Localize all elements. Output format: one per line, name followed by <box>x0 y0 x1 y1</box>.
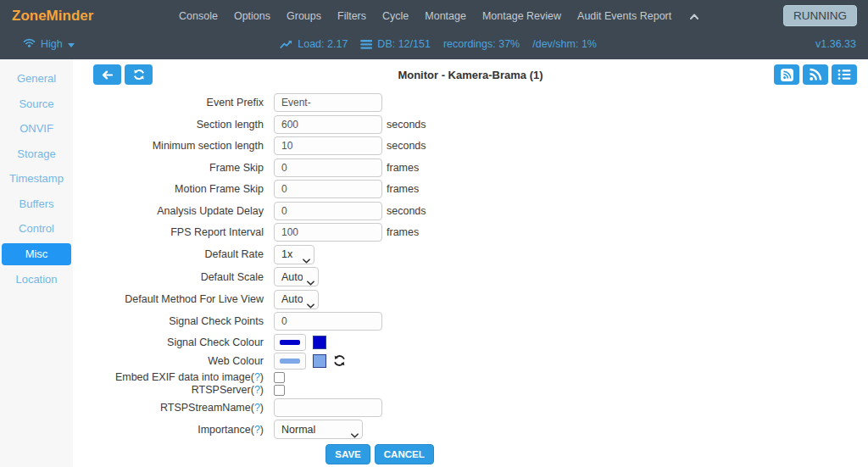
content: Monitor - Kamera-Brama (1) Event Prefix <box>73 59 868 467</box>
nav-item-montage-review[interactable]: Montage Review <box>482 10 561 22</box>
form-row-event-prefix: Event Prefix <box>73 93 687 112</box>
signal-check-points-input[interactable] <box>274 312 382 331</box>
nav-row: ZoneMinder Console Options Groups Filter… <box>0 0 868 32</box>
nav-item-console[interactable]: Console <box>179 10 218 22</box>
default-method-select[interactable]: Auto <box>274 290 319 309</box>
field-label: Analysis Update Delay <box>73 202 274 220</box>
form-row-default-rate: Default Rate 1x <box>73 245 687 264</box>
field-label: Importance (?) <box>73 420 274 439</box>
cancel-button[interactable]: CANCEL <box>375 444 434 464</box>
field-label: Embed EXIF data into image (?) <box>73 371 274 384</box>
shm-stat[interactable]: /dev/shm: 1% <box>532 38 597 50</box>
field-label: Motion Frame Skip <box>73 180 274 198</box>
nav-item-cycle[interactable]: Cycle <box>382 10 409 22</box>
default-rate-select[interactable]: 1x <box>274 245 314 264</box>
recordings-stat[interactable]: recordings: 37% <box>443 38 520 50</box>
analysis-update-delay-input[interactable] <box>274 202 382 220</box>
sidebar-item-storage[interactable]: Storage <box>0 142 73 167</box>
embed-exif-checkbox[interactable] <box>274 372 285 383</box>
help-link[interactable]: ? <box>254 384 260 396</box>
sidebar-item-control[interactable]: Control <box>0 216 73 242</box>
collapse-header-chevron-icon[interactable] <box>689 13 699 20</box>
form-row-fps-report-interval: FPS Report Interval frames <box>73 223 687 242</box>
form-row-motion-frame-skip: Motion Frame Skip frames <box>73 180 687 198</box>
form-row-importance: Importance (?) Normal <box>73 420 687 439</box>
field-label: Signal Check Colour <box>73 334 274 351</box>
run-state-button[interactable]: RUNNING <box>783 5 857 26</box>
bandwidth-dropdown[interactable]: High <box>23 37 75 50</box>
list-icon <box>837 69 851 81</box>
default-scale-select[interactable]: Auto <box>274 267 319 286</box>
section-length-input[interactable] <box>274 115 382 134</box>
toolbar: Monitor - Kamera-Brama (1) <box>73 64 868 86</box>
save-button[interactable]: SAVE <box>326 444 370 464</box>
rtsp-stream-name-input[interactable] <box>274 398 382 417</box>
form-row-frame-skip: Frame Skip frames <box>73 158 687 177</box>
field-label: Event Prefix <box>73 93 274 112</box>
monitor-misc-form: Event Prefix Section length seconds Mini… <box>73 93 687 464</box>
chart-line-icon <box>280 40 292 49</box>
event-prefix-input[interactable] <box>274 93 382 112</box>
rss-icon <box>809 68 822 81</box>
motion-frame-skip-input[interactable] <box>274 180 382 198</box>
web-colour-swatch <box>313 354 326 368</box>
rss-square-icon <box>780 68 794 82</box>
db-stat[interactable]: DB: 12/151 <box>360 38 431 50</box>
help-link[interactable]: ? <box>254 371 260 383</box>
form-row-analysis-update-delay: Analysis Update Delay seconds <box>73 202 687 220</box>
db-list-icon <box>360 40 372 49</box>
field-label: Default Rate <box>73 245 274 264</box>
colour-bar <box>280 359 300 364</box>
signal-check-colour-input[interactable] <box>274 334 306 351</box>
sidebar-item-misc[interactable]: Misc <box>2 243 71 265</box>
form-row-default-scale: Default Scale Auto <box>73 267 687 286</box>
field-label: Frame Skip <box>73 158 274 177</box>
field-label: Signal Check Points <box>73 312 274 331</box>
field-label: Web Colour <box>73 353 274 370</box>
signal-check-colour-swatch <box>313 336 326 349</box>
form-row-min-section-length: Minimum section length seconds <box>73 136 687 155</box>
min-section-length-input[interactable] <box>274 136 382 155</box>
form-row-signal-check-points: Signal Check Points <box>73 312 687 331</box>
load-stat[interactable]: Load: 2.17 <box>280 38 348 50</box>
field-label: RTSPServer (?) <box>73 384 274 397</box>
rtsp-server-checkbox[interactable] <box>274 385 285 396</box>
help-link[interactable]: ? <box>254 402 260 414</box>
web-colour-input[interactable] <box>274 353 306 370</box>
unit-label: frames <box>387 183 419 195</box>
sidebar-item-timestamp[interactable]: Timestamp <box>0 166 73 192</box>
unit-label: frames <box>387 226 419 238</box>
version-label[interactable]: v1.36.33 <box>815 38 856 50</box>
form-row-web-colour: Web Colour <box>73 353 687 370</box>
form-row-embed-exif: Embed EXIF data into image (?) <box>73 371 687 384</box>
nav-item-groups[interactable]: Groups <box>287 10 321 22</box>
importance-select[interactable]: Normal <box>274 420 363 439</box>
unit-label: seconds <box>387 119 426 131</box>
event-stream-button[interactable] <box>803 64 828 85</box>
sidebar-item-buffers[interactable]: Buffers <box>0 192 73 217</box>
field-label: RTSPStreamName (?) <box>73 398 274 417</box>
page-title: Monitor - Kamera-Brama (1) <box>73 69 868 81</box>
random-colour-refresh-icon[interactable] <box>333 354 346 367</box>
sidebar-item-general[interactable]: General <box>0 66 73 92</box>
unit-label: seconds <box>387 140 426 152</box>
stats-center: Load: 2.17 DB: 12/151 recordings: 37% /d… <box>280 38 597 50</box>
header: ZoneMinder Console Options Groups Filter… <box>0 0 868 59</box>
bandwidth-icon <box>23 37 36 50</box>
events-list-button[interactable] <box>832 64 857 85</box>
fps-report-interval-input[interactable] <box>274 223 382 242</box>
nav-item-audit-events-report[interactable]: Audit Events Report <box>577 10 671 22</box>
sidebar-item-onvif[interactable]: ONVIF <box>0 116 73 142</box>
watch-stream-button[interactable] <box>774 64 799 85</box>
colour-bar <box>280 340 300 345</box>
frame-skip-input[interactable] <box>274 158 382 177</box>
app-logo[interactable]: ZoneMinder <box>12 8 93 25</box>
nav-item-montage[interactable]: Montage <box>425 10 466 22</box>
help-link[interactable]: ? <box>254 424 260 436</box>
form-row-rtsp-stream-name: RTSPStreamName (?) <box>73 398 687 417</box>
sidebar-item-source[interactable]: Source <box>0 92 73 117</box>
sidebar-item-location[interactable]: Location <box>0 267 73 292</box>
nav-item-options[interactable]: Options <box>234 10 270 22</box>
nav-item-filters[interactable]: Filters <box>337 10 366 22</box>
form-row-rtsp-server: RTSPServer (?) <box>73 384 687 397</box>
